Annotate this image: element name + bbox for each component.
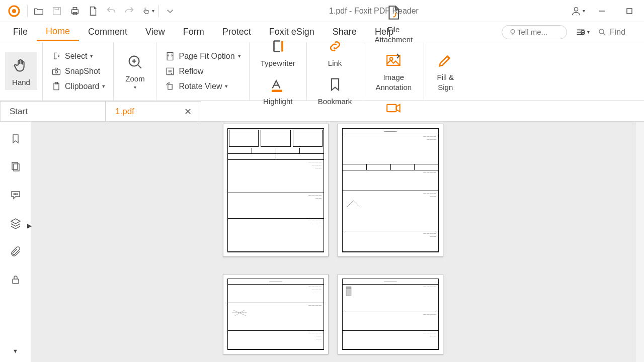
security-panel-icon[interactable] bbox=[9, 273, 23, 287]
page-fit-tool[interactable]: Page Fit Option▾ bbox=[162, 49, 244, 64]
snapshot-tool[interactable]: SnapShot bbox=[48, 64, 108, 79]
svg-rect-34 bbox=[14, 164, 19, 171]
redo-icon[interactable] bbox=[120, 2, 138, 20]
page-fit-icon bbox=[165, 51, 176, 62]
user-icon[interactable]: ▾ bbox=[569, 2, 587, 20]
svg-rect-9 bbox=[627, 9, 632, 14]
content-area: ▶ ▼ ── ── ── ──── ── ──── ── ── ── ── ──… bbox=[0, 122, 644, 362]
reflow-icon bbox=[165, 66, 176, 77]
pages-panel-icon[interactable] bbox=[9, 160, 23, 174]
svg-rect-5 bbox=[73, 7, 76, 10]
highlight-icon bbox=[268, 74, 288, 95]
hand-tool[interactable]: Hand bbox=[5, 52, 37, 90]
camera-icon bbox=[51, 66, 62, 77]
svg-rect-32 bbox=[387, 105, 396, 112]
highlight-tool[interactable]: Highlight bbox=[257, 71, 298, 110]
link-icon bbox=[325, 36, 345, 56]
titlebar: ▾ 1.pdf - Foxit PDF Reader ▾ bbox=[0, 0, 644, 22]
fill-sign-tool[interactable]: Fill & Sign bbox=[429, 47, 461, 95]
attachments-panel-icon[interactable] bbox=[9, 244, 23, 258]
svg-line-16 bbox=[603, 33, 605, 35]
app-logo bbox=[8, 5, 20, 17]
page-thumb-4[interactable]: ────── ── ── ── ── ── ── ── ── ── ── ── … bbox=[338, 274, 443, 354]
svg-rect-2 bbox=[53, 7, 61, 15]
video-icon bbox=[383, 98, 404, 118]
select-icon bbox=[51, 51, 62, 62]
svg-rect-33 bbox=[12, 162, 18, 169]
menu-file[interactable]: File bbox=[4, 24, 37, 40]
comments-panel-icon[interactable] bbox=[9, 188, 23, 202]
svg-point-36 bbox=[15, 194, 16, 195]
search-icon bbox=[598, 28, 607, 37]
options-icon[interactable]: ▾ bbox=[572, 27, 593, 38]
menu-form[interactable]: Form bbox=[174, 24, 213, 40]
undo-icon[interactable] bbox=[102, 2, 120, 20]
layers-panel-icon[interactable] bbox=[9, 216, 23, 230]
bookmark-icon bbox=[325, 74, 345, 95]
find-box[interactable] bbox=[593, 26, 640, 39]
save-icon[interactable] bbox=[48, 2, 66, 20]
image-annotation-tool[interactable]: Image Annotation bbox=[369, 47, 418, 95]
typewriter-tool[interactable]: Typewriter bbox=[255, 33, 301, 71]
page-viewer[interactable]: ── ── ── ──── ── ──── ── ── ── ── ──── ─… bbox=[31, 122, 635, 362]
vertical-scrollbar[interactable] bbox=[635, 122, 644, 362]
bookmarks-panel-icon[interactable] bbox=[9, 132, 23, 146]
rotate-icon bbox=[165, 81, 176, 92]
svg-rect-43 bbox=[346, 287, 351, 289]
bookmark-tool[interactable]: Bookmark bbox=[312, 71, 358, 110]
svg-rect-27 bbox=[168, 84, 172, 89]
expand-sidebar-icon[interactable]: ▶ bbox=[27, 222, 32, 229]
overflow-icon[interactable] bbox=[161, 2, 179, 20]
file-attach-icon bbox=[383, 3, 404, 23]
close-icon[interactable]: ✕ bbox=[184, 106, 192, 117]
minimize-icon[interactable] bbox=[591, 2, 614, 20]
tell-me-input[interactable] bbox=[517, 28, 557, 36]
rotate-tool[interactable]: Rotate View▾ bbox=[162, 79, 244, 94]
svg-rect-25 bbox=[168, 52, 174, 60]
svg-rect-38 bbox=[13, 279, 19, 284]
open-icon[interactable] bbox=[30, 2, 48, 20]
svg-point-7 bbox=[574, 7, 578, 11]
link-tool[interactable]: Link bbox=[319, 33, 351, 71]
menu-protect[interactable]: Protect bbox=[213, 24, 260, 40]
svg-point-37 bbox=[17, 194, 18, 195]
svg-line-22 bbox=[138, 65, 141, 68]
zoom-tool[interactable]: Zoom ▾ bbox=[119, 49, 151, 94]
clipboard-icon bbox=[51, 81, 62, 92]
page-thumb-3[interactable]: ────── ── ── ── ──── ── ── ── ── ── ── ─… bbox=[223, 274, 329, 354]
ribbon: Hand Select▾ SnapShot Clipboard▾ Zoom ▾ … bbox=[0, 42, 644, 101]
svg-point-10 bbox=[511, 29, 515, 33]
select-tool[interactable]: Select▾ bbox=[48, 49, 108, 64]
touch-icon[interactable]: ▾ bbox=[138, 2, 156, 20]
lightbulb-icon bbox=[508, 28, 517, 37]
file-attachment-tool[interactable]: File Attachment bbox=[368, 0, 419, 47]
clipboard-tool[interactable]: Clipboard▾ bbox=[48, 79, 108, 94]
svg-point-1 bbox=[12, 9, 16, 13]
svg-rect-29 bbox=[272, 89, 282, 92]
pen-icon bbox=[435, 50, 455, 70]
image-anno-icon bbox=[383, 50, 404, 70]
tab-start[interactable]: Start bbox=[0, 101, 106, 121]
svg-rect-3 bbox=[55, 7, 58, 10]
page-thumb-1[interactable]: ── ── ── ──── ── ──── ── ── ── ── ──── ─… bbox=[223, 124, 329, 257]
svg-point-35 bbox=[14, 194, 15, 195]
menu-view[interactable]: View bbox=[136, 24, 174, 40]
menu-comment[interactable]: Comment bbox=[79, 24, 136, 40]
svg-point-18 bbox=[55, 70, 58, 73]
menu-home[interactable]: Home bbox=[37, 23, 79, 41]
svg-rect-17 bbox=[53, 69, 60, 74]
find-input[interactable] bbox=[610, 28, 635, 37]
page-thumb-2[interactable]: ────── ── ── ── ──── ── ── ── ── ── ── ─… bbox=[338, 124, 443, 257]
svg-point-15 bbox=[599, 29, 604, 34]
more-panels-icon[interactable]: ▼ bbox=[9, 344, 23, 358]
reflow-tool[interactable]: Reflow bbox=[162, 64, 244, 79]
maximize-icon[interactable] bbox=[618, 2, 641, 20]
zoom-icon bbox=[125, 52, 145, 72]
tab-document[interactable]: 1.pdf ✕ bbox=[106, 101, 201, 121]
tell-me-search[interactable] bbox=[502, 25, 567, 39]
typewriter-icon bbox=[268, 36, 288, 56]
page-add-icon[interactable] bbox=[84, 2, 102, 20]
hand-icon bbox=[11, 55, 31, 75]
print-icon[interactable] bbox=[66, 2, 84, 20]
svg-rect-26 bbox=[167, 68, 174, 74]
